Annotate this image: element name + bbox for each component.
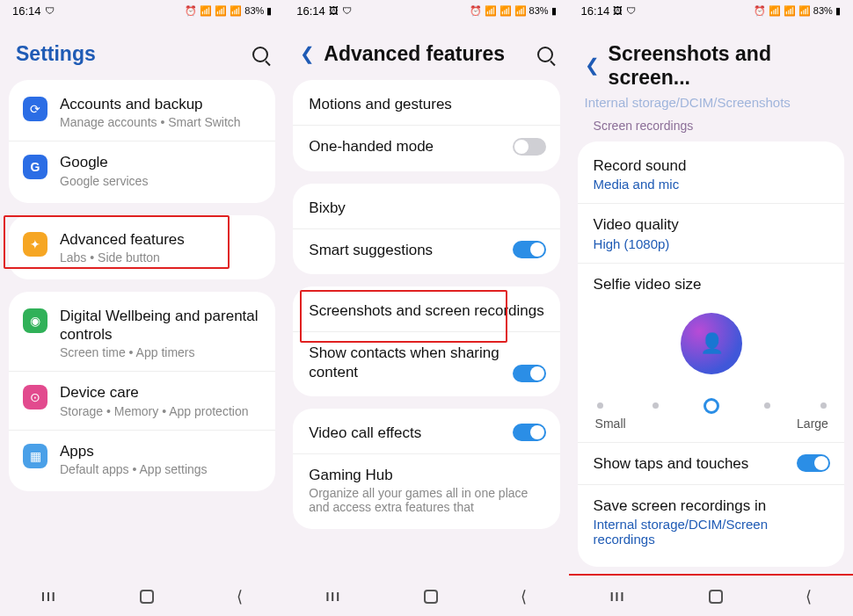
path-crumb: Internal storage/DCIM/Screenshots	[569, 95, 853, 113]
google-icon: G	[23, 155, 47, 179]
row-show-taps[interactable]: Show taps and touches	[578, 442, 844, 484]
search-icon[interactable]	[252, 47, 268, 62]
signal2-icon: 📶	[230, 5, 242, 17]
battery-icon: ▮	[835, 5, 841, 17]
phone-settings: 16:14 🛡 ⏰ 📶 📶 📶 83% ▮ Settings ⟳ Account…	[0, 0, 284, 616]
selfie-size-slider[interactable]	[597, 397, 827, 415]
status-time: 16:14	[296, 4, 325, 18]
signal-icon: 📶	[215, 5, 227, 17]
row-subtitle: Default apps • App settings	[60, 462, 261, 476]
row-title: Record sound	[594, 156, 830, 175]
slider-thumb[interactable]	[704, 398, 719, 414]
row-title: Device care	[60, 383, 261, 402]
nav-recents[interactable]: III	[41, 590, 57, 604]
nav-back[interactable]: ⟨	[237, 587, 243, 606]
wifi-icon: 📶	[485, 5, 497, 17]
row-gaming-hub[interactable]: Gaming Hub Organize all your games all i…	[293, 453, 559, 525]
toggle-show-contacts[interactable]	[513, 365, 546, 382]
header: Settings	[0, 21, 284, 80]
gear-advanced-icon: ✦	[23, 232, 47, 257]
page-title: Advanced features	[324, 42, 528, 66]
alarm-icon: ⏰	[185, 5, 197, 17]
row-record-sound[interactable]: Record sound Media and mic	[578, 145, 844, 203]
header: ❮ Advanced features	[284, 21, 568, 80]
alarm-icon: ⏰	[754, 5, 766, 17]
row-subtitle: Labs • Side button	[60, 250, 261, 265]
row-screenshots-recordings[interactable]: Screenshots and screen recordings	[293, 290, 559, 331]
header: ❮ Screenshots and screen...	[569, 21, 853, 104]
nav-recents[interactable]: III	[610, 590, 626, 604]
row-video-call-effects[interactable]: Video call effects	[293, 412, 559, 453]
shield-icon: 🛡	[626, 5, 636, 16]
sync-icon: ⟳	[23, 97, 47, 121]
status-bar: 16:14 🖼 🛡 ⏰ 📶 📶 📶 83% ▮	[284, 0, 568, 21]
row-title: Google	[60, 153, 261, 171]
status-time: 16:14	[581, 4, 610, 18]
row-motions-gestures[interactable]: Motions and gestures	[293, 83, 559, 125]
nav-recents[interactable]: III	[325, 590, 341, 604]
status-time: 16:14	[12, 4, 41, 18]
back-button[interactable]: ❮	[585, 54, 600, 76]
row-bixby[interactable]: Bixby	[293, 187, 559, 228]
row-digital-wellbeing[interactable]: ◉ Digital Wellbeing and parental control…	[9, 295, 275, 372]
status-battery: 83%	[813, 5, 833, 16]
toggle-video-call-effects[interactable]	[513, 424, 546, 441]
nav-back[interactable]: ⟨	[806, 587, 812, 606]
row-title: Selfie video size	[594, 275, 702, 294]
status-bar: 16:14 🛡 ⏰ 📶 📶 📶 83% ▮	[0, 0, 284, 21]
nav-home[interactable]	[709, 590, 723, 604]
search-icon[interactable]	[537, 47, 553, 62]
row-title: Advanced features	[60, 230, 261, 249]
nav-home[interactable]	[424, 590, 438, 604]
slider-label-small: Small	[595, 417, 626, 431]
row-title: Apps	[60, 442, 261, 460]
row-title: Save screen recordings in	[594, 496, 830, 515]
apps-icon: ▦	[23, 444, 47, 468]
nav-back[interactable]: ⟨	[521, 587, 527, 606]
row-title: Bixby	[309, 199, 545, 217]
signal-icon: 📶	[784, 5, 796, 17]
status-battery: 83%	[244, 5, 264, 16]
row-accounts-backup[interactable]: ⟳ Accounts and backup Manage accounts • …	[9, 83, 275, 141]
row-smart-suggestions[interactable]: Smart suggestions	[293, 228, 559, 271]
toggle-smart-suggestions[interactable]	[513, 241, 546, 258]
row-advanced-features[interactable]: ✦ Advanced features Labs • Side button	[9, 219, 275, 276]
selfie-avatar-icon: 👤	[681, 313, 742, 374]
status-battery: 83%	[529, 5, 549, 16]
row-save-location[interactable]: Save screen recordings in Internal stora…	[578, 484, 844, 558]
row-subtitle: Storage • Memory • App protection	[60, 404, 261, 418]
row-selfie-video-size[interactable]: Selfie video size 👤 Small Large	[578, 263, 844, 442]
row-one-handed[interactable]: One-handed mode	[293, 125, 559, 167]
row-value: Internal storage/DCIM/Screen recordings	[594, 517, 830, 547]
row-title: Digital Wellbeing and parental controls	[60, 307, 261, 344]
status-bar: 16:14 🖼 🛡 ⏰ 📶 📶 📶 83% ▮	[569, 0, 853, 21]
nav-home[interactable]	[140, 590, 154, 604]
row-title: Screenshots and screen recordings	[309, 301, 545, 320]
row-video-quality[interactable]: Video quality High (1080p)	[578, 203, 844, 262]
row-value: Media and mic	[594, 177, 830, 192]
phone-screenshots-settings: 16:14 🖼 🛡 ⏰ 📶 📶 📶 83% ▮ ❮ Screenshots an…	[569, 0, 853, 616]
page-title: Screenshots and screen...	[609, 42, 837, 90]
row-title: Accounts and backup	[60, 95, 261, 113]
nav-bar: III ⟨	[569, 577, 853, 616]
toggle-show-taps[interactable]	[797, 454, 830, 472]
row-device-care[interactable]: ⊙ Device care Storage • Memory • App pro…	[9, 371, 275, 429]
page-title: Settings	[16, 42, 244, 66]
row-subtitle: Organize all your games all in one place…	[309, 486, 545, 514]
advanced-list: Motions and gestures One-handed mode Bix…	[284, 80, 568, 577]
row-subtitle: Google services	[60, 174, 261, 188]
row-apps[interactable]: ▦ Apps Default apps • App settings	[9, 430, 275, 488]
row-value: High (1080p)	[594, 236, 830, 251]
signal2-icon: 📶	[798, 5, 811, 17]
row-title: Video quality	[594, 215, 830, 234]
row-show-contacts-sharing[interactable]: Show contacts when sharing content	[293, 331, 559, 393]
back-button[interactable]: ❮	[300, 43, 315, 64]
alarm-icon: ⏰	[470, 5, 482, 17]
signal2-icon: 📶	[514, 5, 527, 17]
nav-bar: III ⟨	[284, 577, 568, 616]
row-google[interactable]: G Google Google services	[9, 141, 275, 199]
toggle-one-handed[interactable]	[513, 138, 546, 156]
row-title: Smart suggestions	[309, 241, 499, 259]
shield-icon: 🛡	[342, 5, 352, 16]
row-title: Motions and gestures	[309, 95, 545, 113]
